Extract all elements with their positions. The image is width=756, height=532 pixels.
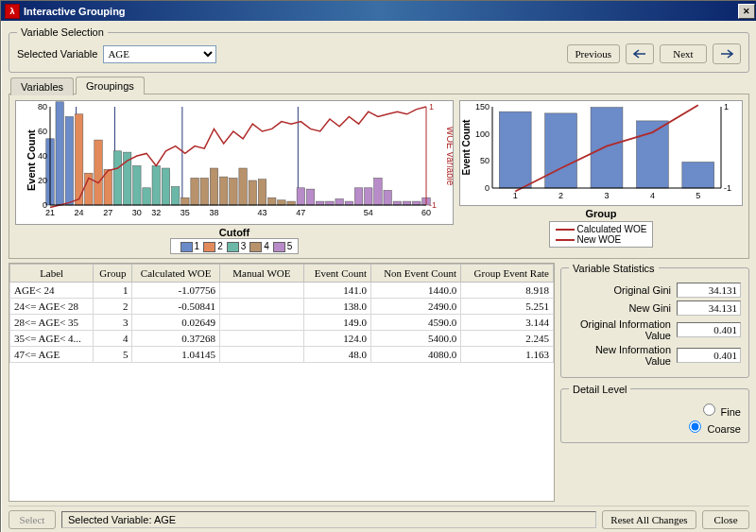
table-row[interactable]: 24<= AGE< 282-0.50841138.02490.05.251 bbox=[10, 298, 554, 314]
chart1-xlabel: Cutoff bbox=[15, 227, 454, 238]
table-row[interactable]: 28<= AGE< 3530.02649149.04590.03.144 bbox=[10, 314, 554, 330]
svg-text:2: 2 bbox=[558, 191, 563, 200]
svg-rect-42 bbox=[413, 201, 421, 205]
svg-rect-9 bbox=[94, 140, 102, 205]
svg-text:20: 20 bbox=[38, 176, 47, 185]
svg-text:4: 4 bbox=[650, 191, 655, 200]
svg-rect-68 bbox=[591, 108, 623, 188]
svg-text:30: 30 bbox=[132, 208, 142, 217]
svg-rect-5 bbox=[56, 102, 63, 205]
svg-rect-23 bbox=[230, 178, 237, 205]
svg-text:32: 32 bbox=[151, 208, 161, 217]
column-header[interactable]: Non Event Count bbox=[371, 264, 461, 282]
svg-rect-39 bbox=[384, 190, 391, 205]
chart1-ylabel: Event Count bbox=[26, 129, 37, 191]
new-gini-field bbox=[677, 300, 741, 316]
svg-rect-34 bbox=[335, 199, 343, 206]
svg-text:1: 1 bbox=[513, 191, 518, 200]
next-button[interactable]: Next bbox=[660, 44, 707, 63]
close-window-button[interactable]: ✕ bbox=[738, 4, 755, 19]
svg-rect-37 bbox=[365, 188, 372, 205]
svg-rect-33 bbox=[326, 201, 334, 205]
svg-text:WOE Variable: WOE Variable bbox=[445, 127, 453, 186]
svg-rect-29 bbox=[287, 201, 295, 205]
svg-rect-32 bbox=[317, 201, 324, 205]
svg-text:21: 21 bbox=[45, 208, 55, 217]
variable-statistics-group: Variable Statistics Original Gini New Gi… bbox=[560, 263, 749, 378]
tab-groupings[interactable]: Groupings bbox=[76, 77, 145, 94]
title-bar: λ Interactive Grouping ✕ bbox=[1, 1, 756, 21]
svg-rect-41 bbox=[403, 201, 410, 205]
table-row[interactable]: AGE< 241-1.07756141.01440.08.918 bbox=[10, 282, 554, 298]
original-iv-field bbox=[677, 322, 741, 337]
svg-rect-36 bbox=[354, 188, 362, 205]
previous-arrow-button[interactable] bbox=[626, 43, 654, 64]
svg-rect-38 bbox=[374, 178, 382, 205]
svg-text:1: 1 bbox=[429, 102, 434, 112]
selected-variable-dropdown[interactable]: AGE bbox=[103, 45, 216, 63]
selected-variable-label: Selected Variable bbox=[17, 48, 97, 60]
window-title: Interactive Grouping bbox=[24, 6, 126, 17]
svg-rect-28 bbox=[278, 200, 285, 205]
variable-selection-legend: Variable Selection bbox=[17, 26, 108, 38]
svg-text:-1: -1 bbox=[724, 183, 731, 193]
new-iv-field bbox=[677, 348, 741, 363]
svg-text:0: 0 bbox=[485, 183, 490, 193]
svg-rect-6 bbox=[65, 116, 73, 205]
svg-rect-17 bbox=[171, 187, 179, 206]
column-header[interactable]: Group bbox=[94, 264, 132, 282]
svg-rect-19 bbox=[191, 178, 198, 205]
chart1-legend: 12345 bbox=[170, 238, 300, 254]
svg-text:60: 60 bbox=[38, 127, 47, 136]
svg-text:100: 100 bbox=[475, 129, 490, 139]
column-header[interactable]: Event Count bbox=[303, 264, 370, 282]
footer-bar: Select Selected Variable: AGE Reset All … bbox=[9, 506, 749, 529]
previous-button[interactable]: Previous bbox=[567, 44, 621, 63]
svg-rect-40 bbox=[393, 201, 401, 205]
svg-rect-24 bbox=[239, 168, 247, 205]
svg-text:80: 80 bbox=[38, 102, 47, 112]
svg-text:60: 60 bbox=[421, 208, 431, 217]
column-header[interactable]: Group Event Rate bbox=[461, 264, 554, 282]
svg-rect-16 bbox=[162, 168, 169, 205]
groupings-table: LabelGroupCalculated WOEManual WOEEvent … bbox=[9, 263, 555, 502]
reset-all-button[interactable]: Reset All Changes bbox=[602, 510, 696, 529]
svg-rect-67 bbox=[545, 113, 577, 188]
detail-level-group: Detail Level Fine Coarse bbox=[560, 384, 749, 443]
arrow-left-icon bbox=[633, 49, 646, 59]
svg-rect-25 bbox=[249, 180, 256, 205]
detail-coarse-radio[interactable] bbox=[689, 420, 701, 433]
tab-variables[interactable]: Variables bbox=[10, 77, 74, 95]
app-icon: λ bbox=[5, 4, 20, 19]
svg-text:47: 47 bbox=[296, 208, 305, 217]
svg-text:40: 40 bbox=[38, 151, 47, 161]
table-row[interactable]: 35<= AGE< 4...40.37268124.05400.02.245 bbox=[10, 330, 554, 346]
svg-rect-18 bbox=[181, 197, 189, 205]
cutoff-chart: Event Count 020406080-112124273032353843… bbox=[15, 100, 454, 225]
svg-text:1: 1 bbox=[724, 102, 729, 112]
select-button[interactable]: Select bbox=[9, 510, 56, 529]
svg-rect-70 bbox=[682, 162, 714, 188]
svg-text:43: 43 bbox=[258, 208, 267, 217]
column-header[interactable]: Label bbox=[10, 264, 94, 282]
window-root: λ Interactive Grouping ✕ Variable Select… bbox=[0, 0, 756, 532]
column-header[interactable]: Calculated WOE bbox=[132, 264, 220, 282]
column-header[interactable]: Manual WOE bbox=[219, 264, 303, 282]
svg-text:38: 38 bbox=[209, 208, 218, 217]
close-button[interactable]: Close bbox=[702, 510, 749, 529]
svg-rect-35 bbox=[345, 201, 352, 205]
detail-fine-radio[interactable] bbox=[703, 403, 715, 416]
chart2-xlabel: Group bbox=[459, 208, 743, 219]
svg-text:24: 24 bbox=[75, 208, 84, 217]
svg-rect-15 bbox=[152, 165, 160, 205]
variable-selection-group: Variable Selection Selected Variable AGE… bbox=[9, 26, 749, 73]
status-text: Selected Variable: AGE bbox=[61, 511, 596, 528]
table-row[interactable]: 47<= AGE51.0414548.04080.01.163 bbox=[10, 346, 554, 362]
svg-rect-21 bbox=[210, 168, 217, 205]
svg-text:35: 35 bbox=[180, 208, 190, 217]
next-arrow-button[interactable] bbox=[713, 43, 741, 64]
svg-text:50: 50 bbox=[480, 156, 490, 165]
svg-text:27: 27 bbox=[103, 208, 112, 217]
svg-rect-14 bbox=[143, 188, 150, 205]
svg-text:150: 150 bbox=[475, 102, 490, 112]
